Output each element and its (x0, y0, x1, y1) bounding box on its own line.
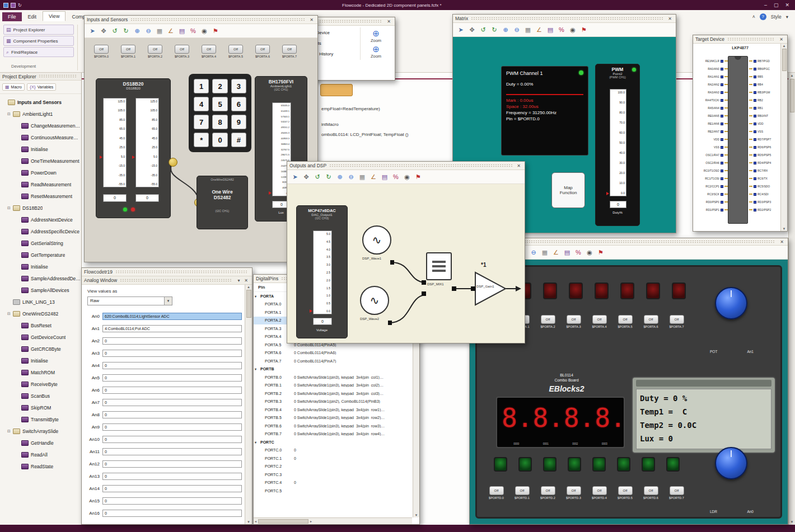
chip-pin[interactable]: OSC1/RA7 (694, 151, 728, 159)
pin-row[interactable]: PORTC.5 (254, 487, 412, 495)
rotate-ccw-icon[interactable]: ↺ (312, 172, 322, 182)
expander-icon[interactable] (255, 367, 260, 371)
analog-value-field[interactable]: 0 (102, 448, 242, 455)
pin-row[interactable]: PORTC (254, 438, 412, 446)
dsp-mix-block[interactable] (426, 252, 452, 280)
ldr-knob[interactable] (715, 447, 747, 479)
chip-pin[interactable]: RD4/PSP4 (749, 159, 782, 167)
pin-row[interactable]: PORTC.1 0 (254, 454, 412, 463)
grid-icon[interactable]: ▦ (357, 172, 367, 182)
pin-row[interactable]: PORTB.6 0 SwitchArraySlide1(pin3), keypa… (254, 422, 412, 430)
angle-icon[interactable]: ∠ (534, 25, 544, 35)
flag-icon[interactable]: ⚑ (211, 26, 221, 36)
dsp-wave1-block[interactable]: ∿ (362, 225, 391, 255)
minimize-button[interactable]: – (764, 2, 767, 8)
analog-value-field[interactable]: 0 (102, 497, 242, 505)
scroll-up-icon[interactable]: ▲ (791, 74, 794, 77)
expander-icon[interactable] (7, 112, 13, 116)
tree-item[interactable]: GetHandle (0, 437, 81, 449)
analog-value-field[interactable]: 0 (102, 399, 242, 406)
scroll-left-icon[interactable]: ◂ (255, 519, 256, 523)
pin-row[interactable]: PORTC.2 (254, 463, 412, 471)
tree-item[interactable]: OneTimeMeasurement (0, 155, 81, 167)
expander-icon[interactable] (7, 429, 13, 434)
toggle-switch[interactable]: Off $PORTA.7 (667, 315, 686, 328)
chip-pin[interactable]: RD0/PSP0 (694, 198, 728, 206)
tree-item[interactable]: ResetMeasurement (0, 190, 81, 202)
explorer-tool-button[interactable]: ▦ Macro (2, 83, 25, 91)
analog-value-field[interactable]: 0 (102, 337, 242, 345)
keypad-key[interactable]: 9 (231, 115, 246, 129)
chip-pin[interactable]: RA0/AN0 (694, 65, 728, 73)
chip-pin[interactable]: RA3/AN3 (694, 88, 728, 96)
tree-item[interactable]: AddressSpecificDevice (0, 225, 81, 237)
analog-value-field[interactable]: 0 (102, 460, 242, 468)
pin-row[interactable]: PORTB.5 0 SwitchArraySlide1(pin3), keypa… (254, 414, 412, 422)
tree-item[interactable]: Inputs and Sensors (0, 96, 81, 108)
analog-value-field[interactable]: 0 (102, 485, 242, 492)
pin-row[interactable]: PORTA.7 0 ComboBL0114(PinA7) (254, 357, 412, 365)
pin-row[interactable]: PORTB (254, 365, 412, 374)
ribbon-tab[interactable]: Edit (22, 12, 43, 21)
dac-component[interactable]: MCP47x6DAC DAC_Output1 (I2C CH3) 5.04.54… (296, 205, 348, 338)
chip-pin[interactable]: VDD (749, 120, 782, 128)
analog-value-field[interactable]: 0 (102, 387, 242, 394)
chart-icon[interactable]: ▤ (562, 247, 572, 257)
dock-menu-icon[interactable]: ▾ (235, 278, 242, 283)
chip-pin[interactable]: RC5/SDO (749, 182, 782, 190)
scroll-down-icon[interactable]: ▼ (247, 520, 250, 524)
pan-icon[interactable]: ✥ (467, 25, 477, 35)
pin-row[interactable]: PORTB.3 0 SwitchArraySlide1(pin2), Combo… (254, 398, 412, 406)
pin-row[interactable]: PORTB.0 0 SwitchArraySlide1(pin3), keypa… (254, 373, 412, 382)
ribbon-button[interactable]: ▦ Component Properties (3, 36, 74, 46)
toggle-switch[interactable]: Off $PORTA.3 (564, 315, 583, 328)
keypad-key[interactable]: 1 (194, 79, 209, 93)
chip-pin[interactable]: RB2 (749, 96, 782, 104)
toggle-switch[interactable]: Off $PORTD.1 (513, 486, 531, 500)
toggle-switch[interactable]: Off $PORTA.2 (539, 315, 557, 328)
tree-item[interactable]: ContinuousMeasurement (0, 131, 81, 143)
tree-item[interactable]: AmbientLight1 (0, 108, 81, 120)
toggle-switch[interactable]: Off $PORTA.3 (171, 45, 193, 58)
scroll-down-icon[interactable]: ▼ (415, 514, 418, 517)
onewire-ds2482-component[interactable]: OneWireDS2482 One Wire DS2482 (I2C CH1) (197, 176, 248, 229)
pot-knob[interactable] (715, 287, 747, 319)
chip-pin[interactable]: OSC2/RA6 (694, 159, 728, 167)
analog-value-field[interactable]: 620:ComboBL0114;LightSensor ADC (102, 313, 242, 320)
toggle-switch[interactable]: Off $PORTA.1 (117, 45, 139, 58)
close-icon[interactable]: ✕ (242, 278, 250, 283)
keypad-key[interactable]: 0 (212, 133, 227, 147)
expander-icon[interactable] (255, 440, 260, 444)
chip-pin[interactable]: RD7/PSP7 (749, 135, 782, 143)
chip-pin[interactable]: RB5 (749, 73, 782, 81)
analog-value-field[interactable]: 0 (102, 436, 242, 443)
tree-item[interactable]: SkipROM (0, 402, 81, 413)
chip-pin[interactable]: RC6/TX (749, 175, 782, 182)
zoom-out-icon[interactable]: ⊖ (346, 172, 356, 182)
chip-pin[interactable]: RD6/PSP6 (749, 143, 782, 151)
toggle-switch[interactable]: Off $PORTD.0 (487, 486, 506, 500)
tree-item[interactable]: Initialise (0, 143, 81, 155)
chip-pin[interactable]: RB7/PGD (749, 57, 782, 65)
tree-item[interactable]: SwitchArraySlide (0, 425, 81, 437)
tree-item[interactable]: GetTemperature (0, 249, 81, 261)
panel-scrollbar[interactable]: ▲ ▼ (780, 44, 787, 231)
expander-icon[interactable] (255, 294, 260, 298)
refresh-icon[interactable]: ↻ (18, 3, 22, 8)
chart-icon[interactable]: ▤ (545, 25, 555, 35)
zoom-out-icon[interactable]: ⊖ (529, 247, 539, 257)
chip-pin[interactable]: RB1 (749, 104, 782, 112)
cursor-icon[interactable]: ➤ (290, 172, 300, 182)
rotate-cw-icon[interactable]: ↻ (489, 25, 499, 35)
analog-value-field[interactable]: 0 (102, 362, 242, 369)
camera-icon[interactable]: ◉ (199, 26, 209, 36)
flag-icon[interactable]: ⚑ (596, 247, 606, 257)
tree-item[interactable]: GetDeviceCount (0, 331, 81, 343)
chip-pin[interactable]: RD2/PSP2 (749, 206, 782, 214)
panel-2d-surface[interactable]: Off $PORTA.0 Off $PORTA.1 Off $PORTA.2 (85, 38, 317, 262)
chip-pin[interactable]: RB6/PGC (749, 65, 782, 73)
chip-pin[interactable]: RD1/PSP1 (694, 206, 728, 214)
scroll-up-icon[interactable]: ▲ (247, 285, 250, 289)
pin-row[interactable]: PORTB.7 0 SwitchArraySlide1(pin3), keypa… (254, 430, 412, 439)
toggle-switch[interactable]: Off $PORTA.6 (251, 45, 274, 58)
